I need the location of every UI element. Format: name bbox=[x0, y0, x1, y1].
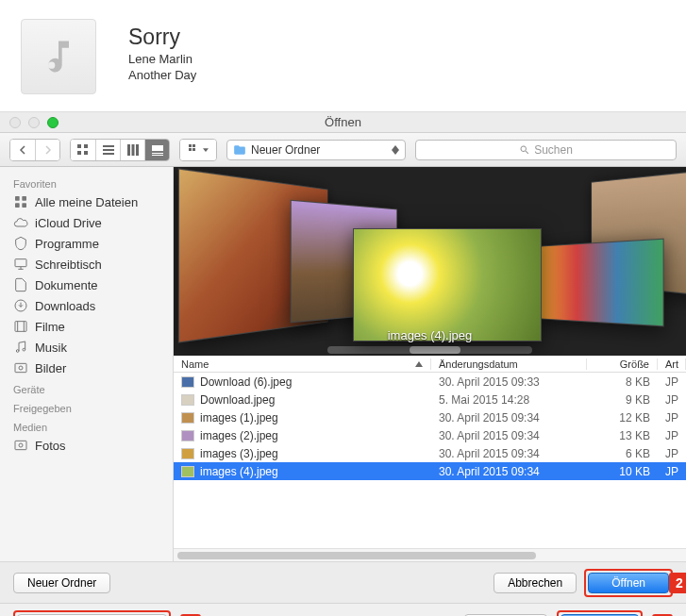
file-thumb-icon bbox=[181, 394, 194, 406]
nav-segment bbox=[9, 139, 60, 161]
sidebar-item-bilder[interactable]: Bilder bbox=[0, 358, 173, 378]
open-dialog: Öffnen Neuer Ordner Suchen bbox=[0, 111, 686, 603]
svg-rect-5 bbox=[103, 149, 114, 151]
coverflow-view[interactable]: images (4).jpeg bbox=[174, 167, 686, 356]
file-thumb-icon bbox=[181, 448, 194, 459]
svg-rect-19 bbox=[15, 203, 20, 208]
highlight-ok: OK bbox=[557, 610, 643, 617]
search-field[interactable]: Suchen bbox=[415, 140, 677, 160]
sidebar-item-icloud[interactable]: iCloud Drive bbox=[0, 212, 173, 233]
table-row[interactable]: Download.jpeg5. Mai 2015 14:289 KBJP bbox=[174, 391, 686, 408]
open-button[interactable]: Öffnen bbox=[588, 573, 669, 593]
view-coverflow-button[interactable] bbox=[144, 140, 169, 160]
svg-rect-13 bbox=[189, 144, 192, 147]
file-name: images (3).jpeg bbox=[200, 447, 278, 460]
file-size: 9 KB bbox=[587, 393, 658, 407]
sidebar-section-geraete: Geräte bbox=[0, 378, 173, 397]
sidebar-section-medien: Medien bbox=[0, 416, 173, 435]
view-icon-button[interactable] bbox=[71, 140, 95, 160]
file-size: 13 KB bbox=[587, 429, 658, 442]
svg-rect-17 bbox=[15, 196, 20, 201]
file-size: 10 KB bbox=[587, 465, 658, 478]
view-column-button[interactable] bbox=[120, 140, 144, 160]
cancel-button[interactable]: Abbrechen bbox=[494, 573, 577, 593]
all-files-icon bbox=[13, 194, 28, 209]
sidebar-item-filme[interactable]: Filme bbox=[0, 316, 173, 337]
song-info-header: Sorry Lene Marlin Another Day bbox=[0, 0, 686, 111]
sidebar-item-downloads[interactable]: Downloads bbox=[0, 295, 173, 316]
dialog-button-row: Neuer Ordner Abbrechen Öffnen 2 bbox=[0, 561, 686, 603]
coverflow-thumb[interactable] bbox=[541, 239, 664, 327]
svg-rect-2 bbox=[77, 151, 81, 155]
file-date: 30. April 2015 09:34 bbox=[431, 411, 587, 425]
sidebar-item-all-files[interactable]: Alle meine Dateien bbox=[0, 191, 173, 212]
nav-back-button[interactable] bbox=[10, 140, 35, 160]
svg-rect-6 bbox=[103, 153, 114, 155]
file-name: images (2).jpeg bbox=[200, 429, 278, 442]
movies-icon bbox=[13, 319, 28, 334]
sidebar: Favoriten Alle meine Dateien iCloud Driv… bbox=[0, 167, 174, 561]
song-artist: Lene Marlin bbox=[128, 52, 196, 66]
file-size: 6 KB bbox=[587, 447, 658, 460]
file-size: 8 KB bbox=[587, 375, 658, 389]
coverflow-caption: images (4).jpeg bbox=[388, 328, 473, 342]
coverflow-thumb-center[interactable] bbox=[353, 228, 542, 341]
sort-asc-icon bbox=[415, 361, 423, 367]
sidebar-section-favoriten: Favoriten bbox=[0, 173, 173, 191]
svg-rect-9 bbox=[136, 144, 139, 156]
col-header-date[interactable]: Änderungsdatum bbox=[431, 358, 587, 370]
file-kind: JP bbox=[658, 411, 686, 425]
svg-rect-0 bbox=[77, 144, 81, 148]
callout-2: 2 bbox=[669, 573, 686, 593]
sidebar-item-musik[interactable]: Musik bbox=[0, 337, 173, 358]
new-folder-button[interactable]: Neuer Ordner bbox=[13, 573, 110, 593]
arrange-button[interactable] bbox=[180, 140, 216, 160]
coverflow-scrollbar[interactable] bbox=[327, 346, 532, 354]
col-header-size[interactable]: Größe bbox=[587, 358, 658, 370]
file-date: 30. April 2015 09:34 bbox=[431, 447, 587, 460]
svg-point-25 bbox=[23, 348, 25, 351]
dialog-title: Öffnen bbox=[325, 115, 361, 129]
arrange-segment bbox=[179, 139, 217, 161]
minimize-window-button[interactable] bbox=[28, 117, 40, 128]
view-mode-segment bbox=[70, 139, 170, 161]
downloads-icon bbox=[13, 298, 28, 313]
svg-rect-8 bbox=[131, 144, 134, 156]
search-placeholder: Suchen bbox=[534, 143, 573, 157]
song-title: Sorry bbox=[128, 25, 196, 50]
highlight-open: Öffnen bbox=[584, 569, 673, 597]
svg-rect-23 bbox=[15, 322, 26, 332]
table-row[interactable]: images (3).jpeg30. April 2015 09:346 KBJ… bbox=[174, 444, 686, 462]
file-name: images (4).jpeg bbox=[200, 465, 278, 478]
svg-point-29 bbox=[19, 443, 23, 447]
sidebar-item-programme[interactable]: Programme bbox=[0, 233, 173, 254]
file-kind: JP bbox=[658, 465, 686, 478]
sidebar-item-fotos[interactable]: Fotos bbox=[0, 435, 173, 456]
sidebar-item-schreibtisch[interactable]: Schreibtisch bbox=[0, 254, 173, 275]
svg-rect-3 bbox=[84, 151, 88, 155]
view-list-button[interactable] bbox=[95, 140, 120, 160]
svg-rect-15 bbox=[189, 148, 192, 151]
col-header-name[interactable]: Name bbox=[174, 358, 431, 370]
svg-rect-21 bbox=[15, 259, 26, 267]
horizontal-scrollbar[interactable] bbox=[174, 548, 686, 561]
svg-rect-7 bbox=[127, 144, 130, 156]
svg-rect-14 bbox=[192, 144, 195, 147]
sidebar-item-dokumente[interactable]: Dokumente bbox=[0, 275, 173, 295]
maximize-window-button[interactable] bbox=[47, 117, 59, 128]
nav-forward-button[interactable] bbox=[35, 140, 59, 160]
col-header-art[interactable]: Art bbox=[658, 358, 686, 370]
chevron-updown-icon bbox=[392, 145, 399, 155]
table-row[interactable]: images (2).jpeg30. April 2015 09:3413 KB… bbox=[174, 426, 686, 444]
table-row[interactable]: images (1).jpeg30. April 2015 09:3412 KB… bbox=[174, 408, 686, 426]
album-art-placeholder bbox=[21, 19, 96, 94]
documents-icon bbox=[13, 277, 28, 292]
table-row[interactable]: Download (6).jpeg30. April 2015 09:338 K… bbox=[174, 373, 686, 391]
file-kind: JP bbox=[658, 447, 686, 460]
table-row[interactable]: images (4).jpeg30. April 2015 09:3410 KB… bbox=[174, 462, 686, 480]
app-button-bar: Coverbild hinzufügen 1 Abbrechen OK 3 bbox=[0, 603, 686, 616]
svg-rect-1 bbox=[84, 144, 88, 148]
file-date: 30. April 2015 09:34 bbox=[431, 429, 587, 442]
close-window-button[interactable] bbox=[9, 117, 21, 128]
path-dropdown[interactable]: Neuer Ordner bbox=[226, 140, 406, 160]
